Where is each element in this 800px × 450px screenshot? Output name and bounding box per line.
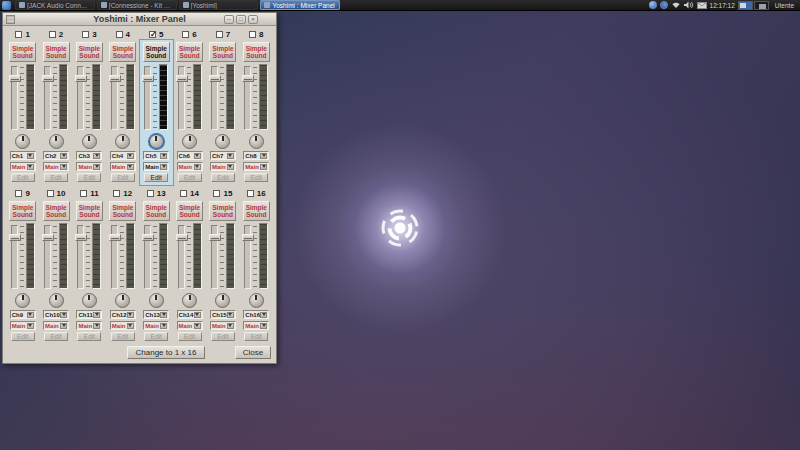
- audio-output-select[interactable]: Main: [210, 321, 236, 330]
- volume-slider-handle[interactable]: [42, 234, 54, 241]
- volume-slider-handle[interactable]: [209, 234, 221, 241]
- close-panel-button[interactable]: Close: [235, 346, 271, 359]
- pan-knob[interactable]: [215, 134, 230, 149]
- pan-knob[interactable]: [149, 134, 164, 149]
- volume-slider[interactable]: [11, 225, 18, 289]
- volume-slider[interactable]: [44, 225, 51, 289]
- audio-output-select[interactable]: Main: [177, 321, 203, 330]
- volume-slider[interactable]: [144, 225, 151, 289]
- volume-slider-handle[interactable]: [42, 75, 54, 82]
- taskbar-window-button[interactable]: [JACK Audio Connection Ki...: [15, 0, 95, 10]
- volume-slider[interactable]: [77, 66, 84, 130]
- taskbar-window-button[interactable]: Yoshimi : Mixer Panel: [260, 0, 340, 10]
- midi-channel-select[interactable]: Ch6: [177, 151, 203, 160]
- volume-slider[interactable]: [211, 225, 218, 289]
- part-enable-checkbox[interactable]: [80, 190, 87, 197]
- midi-channel-select[interactable]: Ch10: [43, 310, 69, 319]
- midi-channel-select[interactable]: Ch8: [243, 151, 269, 160]
- applications-menu-icon[interactable]: [2, 1, 11, 10]
- instrument-name-button[interactable]: Simple Sound: [109, 42, 136, 62]
- midi-channel-select[interactable]: Ch15: [210, 310, 236, 319]
- network-icon[interactable]: [649, 1, 657, 9]
- pan-knob[interactable]: [149, 293, 164, 308]
- edit-button[interactable]: Edit: [111, 332, 135, 341]
- messaging-icon[interactable]: [660, 1, 668, 9]
- edit-button[interactable]: Edit: [178, 332, 202, 341]
- edit-button[interactable]: Edit: [11, 332, 35, 341]
- instrument-name-button[interactable]: Simple Sound: [76, 201, 103, 221]
- midi-channel-select[interactable]: Ch7: [210, 151, 236, 160]
- edit-button[interactable]: Edit: [44, 173, 68, 182]
- pan-knob[interactable]: [249, 293, 264, 308]
- edit-button[interactable]: Edit: [244, 173, 268, 182]
- wifi-icon[interactable]: [671, 1, 681, 9]
- part-enable-checkbox[interactable]: [247, 190, 254, 197]
- edit-button[interactable]: Edit: [211, 173, 235, 182]
- instrument-name-button[interactable]: Simple Sound: [243, 201, 270, 221]
- volume-slider-handle[interactable]: [209, 75, 221, 82]
- volume-slider-handle[interactable]: [176, 75, 188, 82]
- audio-output-select[interactable]: Main: [76, 162, 102, 171]
- shade-button[interactable]: –: [224, 15, 234, 24]
- taskbar-window-button[interactable]: [Yoshimi]: [179, 0, 259, 10]
- audio-output-select[interactable]: Main: [110, 321, 136, 330]
- instrument-name-button[interactable]: Simple Sound: [9, 42, 36, 62]
- instrument-name-button[interactable]: Simple Sound: [76, 42, 103, 62]
- audio-output-select[interactable]: Main: [143, 321, 169, 330]
- mail-icon[interactable]: [697, 2, 707, 9]
- pan-knob[interactable]: [15, 293, 30, 308]
- pan-knob[interactable]: [15, 134, 30, 149]
- workspace-2[interactable]: [754, 1, 769, 10]
- volume-slider-handle[interactable]: [142, 234, 154, 241]
- part-enable-checkbox[interactable]: [116, 31, 123, 38]
- edit-button[interactable]: Edit: [77, 173, 101, 182]
- volume-slider-handle[interactable]: [242, 75, 254, 82]
- edit-button[interactable]: Edit: [44, 332, 68, 341]
- part-enable-checkbox[interactable]: [213, 190, 220, 197]
- titlebar[interactable]: Yoshimi : Mixer Panel – □ ×: [3, 13, 276, 26]
- volume-slider[interactable]: [77, 225, 84, 289]
- instrument-name-button[interactable]: Simple Sound: [243, 42, 270, 62]
- audio-output-select[interactable]: Main: [10, 321, 36, 330]
- change-layout-button[interactable]: Change to 1 x 16: [127, 346, 205, 359]
- part-enable-checkbox[interactable]: [249, 31, 256, 38]
- midi-channel-select[interactable]: Ch12: [110, 310, 136, 319]
- volume-slider[interactable]: [111, 225, 118, 289]
- volume-slider-handle[interactable]: [75, 75, 87, 82]
- volume-slider[interactable]: [111, 66, 118, 130]
- midi-channel-select[interactable]: Ch11: [76, 310, 102, 319]
- volume-slider-handle[interactable]: [109, 234, 121, 241]
- volume-slider[interactable]: [244, 225, 251, 289]
- edit-button[interactable]: Edit: [11, 173, 35, 182]
- pan-knob[interactable]: [115, 293, 130, 308]
- audio-output-select[interactable]: Main: [177, 162, 203, 171]
- audio-output-select[interactable]: Main: [210, 162, 236, 171]
- volume-slider-handle[interactable]: [75, 234, 87, 241]
- audio-output-select[interactable]: Main: [243, 162, 269, 171]
- pan-knob[interactable]: [82, 134, 97, 149]
- volume-slider-handle[interactable]: [242, 234, 254, 241]
- taskbar-window-button[interactable]: [Connessione - Kit di Conn...: [97, 0, 177, 10]
- audio-output-select[interactable]: Main: [43, 321, 69, 330]
- midi-channel-select[interactable]: Ch4: [110, 151, 136, 160]
- volume-slider-handle[interactable]: [176, 234, 188, 241]
- audio-output-select[interactable]: Main: [10, 162, 36, 171]
- instrument-name-button[interactable]: Simple Sound: [109, 201, 136, 221]
- volume-slider[interactable]: [144, 66, 151, 130]
- midi-channel-select[interactable]: Ch3: [76, 151, 102, 160]
- midi-channel-select[interactable]: Ch13: [143, 310, 169, 319]
- pan-knob[interactable]: [82, 293, 97, 308]
- audio-output-select[interactable]: Main: [243, 321, 269, 330]
- audio-output-select[interactable]: Main: [143, 162, 169, 171]
- part-enable-checkbox[interactable]: [49, 31, 56, 38]
- pan-knob[interactable]: [182, 293, 197, 308]
- volume-slider[interactable]: [44, 66, 51, 130]
- workspace-1[interactable]: [738, 1, 753, 10]
- pan-knob[interactable]: [115, 134, 130, 149]
- pan-knob[interactable]: [249, 134, 264, 149]
- edit-button[interactable]: Edit: [77, 332, 101, 341]
- volume-slider-handle[interactable]: [142, 75, 154, 82]
- volume-slider[interactable]: [178, 66, 185, 130]
- pan-knob[interactable]: [49, 134, 64, 149]
- volume-slider[interactable]: [11, 66, 18, 130]
